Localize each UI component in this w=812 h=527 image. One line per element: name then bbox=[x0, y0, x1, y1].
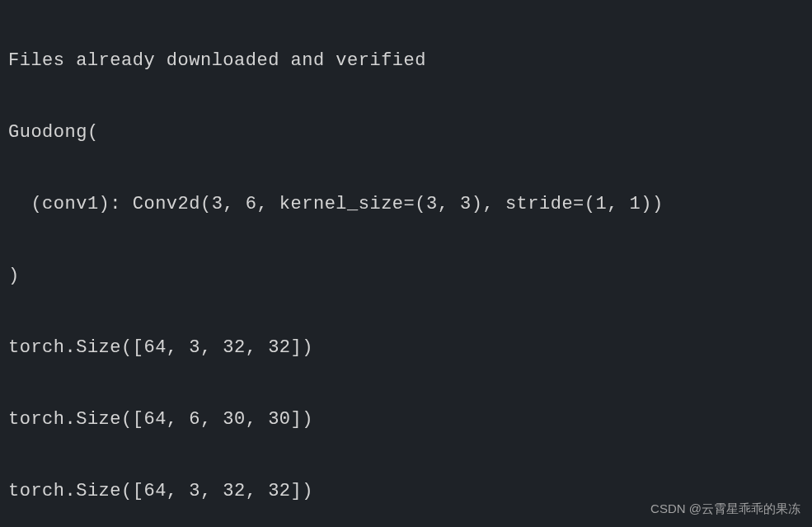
output-line: ) bbox=[8, 258, 804, 294]
watermark-text: CSDN @云霄星乖乖的果冻 bbox=[650, 501, 800, 517]
terminal-output: Files already downloaded and verified Gu… bbox=[0, 0, 812, 527]
output-line: Files already downloaded and verified bbox=[8, 43, 804, 79]
output-line: (conv1): Conv2d(3, 6, kernel_size=(3, 3)… bbox=[8, 186, 804, 223]
output-line: torch.Size([64, 3, 32, 32]) bbox=[8, 330, 804, 366]
output-line: Guodong( bbox=[8, 115, 804, 151]
output-line: torch.Size([64, 6, 30, 30]) bbox=[8, 402, 804, 438]
